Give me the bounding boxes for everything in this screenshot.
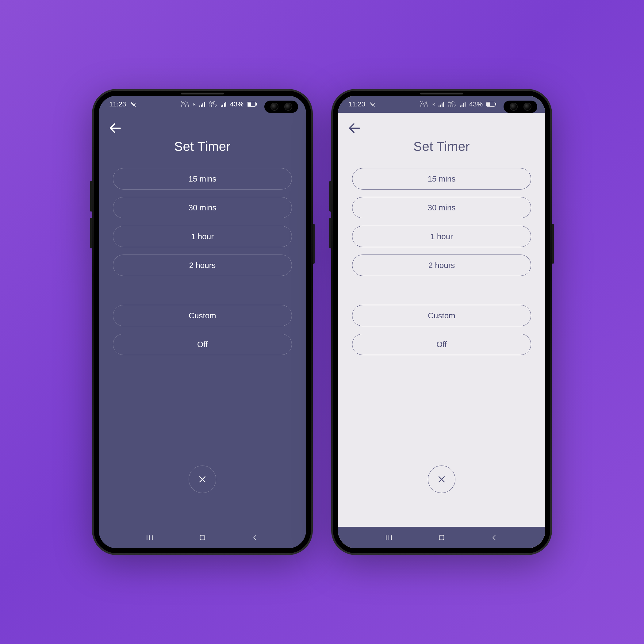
system-nav-bar <box>99 527 306 548</box>
timer-option-1hour[interactable]: 1 hour <box>352 226 531 247</box>
svg-rect-7 <box>200 535 205 540</box>
battery-text: 43% <box>230 100 243 108</box>
timer-options: 15 mins 30 mins 1 hour 2 hours Custom Of… <box>99 168 306 355</box>
front-camera-cutout <box>504 101 537 113</box>
back-button[interactable] <box>108 121 123 136</box>
timer-option-15min[interactable]: 15 mins <box>113 168 292 190</box>
timer-option-off[interactable]: Off <box>352 334 531 355</box>
status-clock: 11:23 <box>348 100 365 108</box>
timer-option-15min[interactable]: 15 mins <box>352 168 531 190</box>
signal-icon <box>199 102 205 107</box>
timer-options: 15 mins 30 mins 1 hour 2 hours Custom Of… <box>338 168 545 355</box>
status-clock: 11:23 <box>109 100 126 108</box>
timer-option-2hours[interactable]: 2 hours <box>352 255 531 276</box>
battery-text: 43% <box>469 100 483 108</box>
page-title: Set Timer <box>338 139 545 154</box>
close-button[interactable] <box>189 466 216 493</box>
timer-screen-dark: 11:23 Vo))LTE1 R Vo))LTE2 43% <box>99 96 306 548</box>
nav-home-icon[interactable] <box>196 531 209 544</box>
timer-option-30min[interactable]: 30 mins <box>113 197 292 218</box>
timer-option-custom[interactable]: Custom <box>352 305 531 326</box>
phone-mockup-light: 11:23 Vo))LTE1 R Vo))LTE2 43% <box>331 89 552 555</box>
signal-icon <box>221 102 226 107</box>
svg-line-8 <box>370 102 375 107</box>
nav-recents-icon[interactable] <box>144 531 156 544</box>
timer-option-1hour[interactable]: 1 hour <box>113 226 292 247</box>
signal-icon <box>439 102 444 107</box>
page-title: Set Timer <box>99 139 306 154</box>
wifi-off-icon <box>370 101 376 107</box>
svg-line-0 <box>131 102 136 107</box>
battery-icon <box>486 102 495 107</box>
back-button[interactable] <box>347 121 362 136</box>
nav-back-icon[interactable] <box>249 531 261 544</box>
wifi-off-icon <box>130 101 136 107</box>
timer-option-off[interactable]: Off <box>113 334 292 355</box>
battery-icon <box>247 102 256 107</box>
close-button[interactable] <box>428 466 455 493</box>
timer-option-custom[interactable]: Custom <box>113 305 292 326</box>
signal-icon <box>460 102 466 107</box>
timer-screen-light: 11:23 Vo))LTE1 R Vo))LTE2 43% <box>338 96 545 548</box>
phone-mockup-dark: 11:23 Vo))LTE1 R Vo))LTE2 43% <box>92 89 313 555</box>
nav-home-icon[interactable] <box>435 531 448 544</box>
nav-back-icon[interactable] <box>488 531 500 544</box>
timer-option-2hours[interactable]: 2 hours <box>113 255 292 276</box>
system-nav-bar <box>338 527 545 548</box>
timer-option-30min[interactable]: 30 mins <box>352 197 531 218</box>
svg-rect-15 <box>439 535 444 540</box>
nav-recents-icon[interactable] <box>383 531 395 544</box>
front-camera-cutout <box>264 101 298 113</box>
